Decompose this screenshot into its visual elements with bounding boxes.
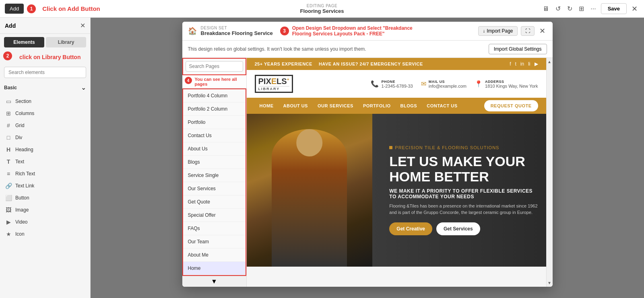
page-item-our-services[interactable]: Our Services — [183, 182, 246, 195]
left-panel: Add ✕ Elements Library 2 click on Librar… — [0, 18, 91, 298]
toolbar-right: 🖥 ↺ ↻ ⊞ ··· Save ✕ — [541, 3, 639, 15]
hero-buttons: Get Creative Get Services — [389, 222, 538, 235]
left-panel-close-button[interactable]: ✕ — [80, 22, 85, 29]
contact-address: 📍 ADDERSS 1810 Kings Way, New York — [475, 80, 538, 88]
layers-button[interactable]: ⊞ — [577, 3, 586, 14]
page-item-service-single[interactable]: Service Single — [183, 169, 246, 182]
site-nav: HOME ABOUT US OUR SERVICES PORTFOLIO BLO… — [247, 98, 546, 114]
basic-section-header[interactable]: Basic ⌄ — [0, 81, 90, 94]
modal-body: 4 You can see here all pages Portfolio 4… — [182, 58, 553, 287]
page-item-contact[interactable]: Contact Us — [183, 129, 246, 142]
site-hero: PRECISION TILE & FLOORING SOLUTIONS LET … — [247, 114, 546, 267]
phone-label: PHONE — [381, 80, 413, 84]
hero-title-line2: HOME BETTER — [389, 169, 489, 184]
element-columns[interactable]: ⊞ Columns — [0, 107, 90, 119]
notice-text: This design relies on global settings. I… — [188, 46, 366, 52]
page-item-blogs[interactable]: Blogs — [183, 156, 246, 169]
contact-phone-info: PHONE 1-2345-6789-33 — [381, 80, 413, 88]
search-elements-input[interactable] — [4, 67, 86, 78]
modal-home-icon[interactable]: 🏠 — [188, 27, 197, 35]
page-item-faqs[interactable]: FAQs — [183, 222, 246, 235]
element-button-label: Button — [15, 195, 29, 201]
preview-area[interactable]: 25+ YEARS EXPERIENCE HAVE AN ISSUE? 24/7… — [247, 58, 546, 287]
site-topbar-left: 25+ YEARS EXPERIENCE HAVE AN ISSUE? 24/7… — [255, 62, 423, 66]
more-options-button[interactable]: ··· — [589, 4, 597, 14]
element-heading[interactable]: H Heading — [0, 144, 90, 156]
page-item-portfolio2[interactable]: Portfolio 2 Column — [183, 103, 246, 116]
element-button[interactable]: ⬜ Button — [0, 192, 90, 204]
element-text-link[interactable]: 🔗 Text Link — [0, 180, 90, 192]
pages-search-input[interactable] — [186, 61, 243, 72]
address-value: 1810 Kings Way, New York — [485, 84, 538, 88]
site-topbar-socials: f t in li ▶ — [510, 61, 538, 67]
text-icon: T — [5, 158, 12, 165]
button-icon: ⬜ — [5, 195, 12, 201]
nav-portfolio[interactable]: PORTFOLIO — [358, 98, 396, 114]
heading-icon: H — [5, 146, 12, 153]
add-button[interactable]: Add — [5, 4, 24, 14]
modal-overlay: 🏠 DESIGN SET Breakdance Flooring Service… — [91, 18, 644, 298]
fullscreen-button[interactable]: ⛶ — [521, 26, 535, 36]
element-video[interactable]: ▶ Video — [0, 216, 90, 228]
image-icon: 🖼 — [5, 207, 12, 213]
grid-icon: # — [5, 122, 12, 129]
contact-mail-info: MAIL US info@example.com — [429, 80, 466, 88]
social-linkedin-icon: li — [528, 61, 530, 67]
get-creative-button[interactable]: Get Creative — [389, 222, 432, 235]
element-text-link-label: Text Link — [15, 183, 34, 189]
tab-library[interactable]: Library — [46, 37, 86, 47]
basic-section-title: Basic — [4, 85, 17, 90]
instruction-2-text: click on Library Button — [15, 51, 85, 63]
scroll-down-icon: ▼ — [211, 278, 217, 285]
element-image[interactable]: 🖼 Image — [0, 204, 90, 216]
request-quote-button[interactable]: REQUEST QUOTE — [484, 100, 538, 111]
page-item-about[interactable]: About Us — [183, 142, 246, 156]
page-item-our-team[interactable]: Our Team — [183, 235, 246, 249]
mail-value: info@example.com — [429, 84, 466, 88]
element-icon[interactable]: ★ Icon — [0, 228, 90, 240]
contact-phone: 📞 PHONE 1-2345-6789-33 — [371, 80, 413, 88]
save-button[interactable]: Save — [601, 3, 627, 14]
nav-home[interactable]: HOME — [255, 98, 279, 114]
page-item-portfolio[interactable]: Portfolio — [183, 116, 246, 129]
nav-blogs[interactable]: BLOGS — [396, 98, 422, 114]
element-rich-text[interactable]: ≡ Rich Text — [0, 168, 90, 180]
import-global-settings-button[interactable]: Import Global Settings — [489, 44, 547, 54]
element-div[interactable]: □ Div — [0, 132, 90, 144]
page-item-about-me[interactable]: About Me — [183, 249, 246, 262]
page-item-special-offer[interactable]: Special Offer — [183, 209, 246, 222]
redo-button[interactable]: ↻ — [566, 3, 574, 14]
get-services-button[interactable]: Get Services — [436, 222, 480, 235]
contact-mail: ✉ MAIL US info@example.com — [421, 80, 466, 88]
toolbar-center: EDITING PAGE Flooring Services — [300, 4, 344, 14]
close-editor-button[interactable]: ✕ — [630, 3, 639, 15]
scroll-down-arrow[interactable]: ▼ — [546, 279, 552, 287]
phone-icon: 📞 — [371, 80, 379, 88]
scroll-up-arrow[interactable]: ▲ — [546, 58, 552, 66]
element-grid-label: Grid — [15, 123, 25, 128]
modal-scroll-arrows: ▲ ▼ — [546, 58, 553, 287]
element-section[interactable]: ▭ Section — [0, 95, 90, 107]
tab-elements[interactable]: Elements — [4, 37, 44, 47]
page-item-home[interactable]: Home — [183, 262, 246, 275]
panel-tabs: Elements Library — [0, 34, 90, 51]
modal-close-button[interactable]: ✕ — [538, 25, 547, 37]
page-item-portfolio4[interactable]: Portfolio 4 Column — [183, 89, 246, 103]
element-text[interactable]: T Text — [0, 156, 90, 168]
div-icon: □ — [5, 134, 12, 141]
element-grid[interactable]: # Grid — [0, 119, 90, 132]
nav-about[interactable]: ABOUT US — [279, 98, 313, 114]
pages-scroll-down[interactable]: ▼ — [182, 276, 246, 287]
instruction-4-text: You can see here all pages — [195, 77, 244, 86]
desktop-view-button[interactable]: 🖥 — [541, 4, 551, 14]
step-1-badge: 1 — [27, 4, 36, 13]
social-instagram-icon: in — [520, 61, 524, 67]
nav-contact[interactable]: CONTACT US — [422, 98, 462, 114]
step-2-badge: 2 — [3, 51, 12, 60]
nav-services[interactable]: OUR SERVICES — [313, 98, 358, 114]
undo-button[interactable]: ↺ — [554, 3, 562, 14]
page-item-get-quote[interactable]: Get Quote — [183, 195, 246, 209]
top-toolbar: Add 1 Click on Add Button EDITING PAGE F… — [0, 0, 644, 18]
import-page-button[interactable]: ↓ Import Page — [478, 26, 517, 36]
element-video-label: Video — [15, 219, 27, 225]
